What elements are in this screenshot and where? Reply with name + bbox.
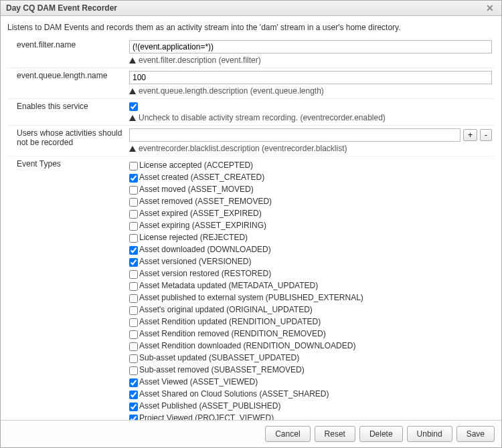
event-type-label: Sub-asset updated (SUBASSET_UPDATED) xyxy=(139,353,299,362)
event-type-option[interactable]: Asset versioned (VERSIONED) xyxy=(129,255,492,267)
event-type-label: Project Viewed (PROJECT_VIEWED) xyxy=(139,413,274,420)
close-icon[interactable]: ✕ xyxy=(484,3,496,13)
event-type-option[interactable]: Asset expiring (ASSET_EXPIRING) xyxy=(129,219,492,231)
blacklist-label: Users whose activities should not be rec… xyxy=(7,126,127,156)
event-type-label: Asset's original updated (ORIGINAL_UPDAT… xyxy=(139,305,313,314)
event-type-option[interactable]: Asset removed (ASSET_REMOVED) xyxy=(129,195,492,207)
event-type-option[interactable]: Sub-asset updated (SUBASSET_UPDATED) xyxy=(129,352,492,364)
queue-length-hint: event.queue.length.description (event.qu… xyxy=(129,86,492,96)
blacklist-input[interactable] xyxy=(129,128,461,142)
event-type-option[interactable]: Asset published to external system (PUBL… xyxy=(129,292,492,304)
event-type-label: Asset created (ASSET_CREATED) xyxy=(139,173,264,182)
queue-length-label: event.queue.length.name xyxy=(7,68,127,99)
event-type-option[interactable]: Asset Rendition removed (RENDITION_REMOV… xyxy=(129,328,492,340)
warning-icon xyxy=(129,88,136,94)
event-type-checkbox[interactable] xyxy=(129,270,138,279)
event-type-label: Asset version restored (RESTORED) xyxy=(139,269,271,278)
event-type-checkbox[interactable] xyxy=(129,318,138,327)
event-type-option[interactable]: Asset expired (ASSET_EXPIRED) xyxy=(129,207,492,219)
event-type-label: Asset Published (ASSET_PUBLISHED) xyxy=(139,401,280,411)
dialog-title: Day CQ DAM Event Recorder xyxy=(6,3,117,13)
event-type-checkbox[interactable] xyxy=(129,282,138,291)
event-type-label: Asset Rendition removed (RENDITION_REMOV… xyxy=(139,329,326,338)
event-type-option[interactable]: Asset Viewed (ASSET_VIEWED) xyxy=(129,376,492,388)
event-type-label: Asset moved (ASSET_MOVED) xyxy=(139,185,254,194)
event-type-checkbox[interactable] xyxy=(129,246,138,255)
dialog-footer: Cancel Reset Delete Unbind Save xyxy=(1,420,501,447)
queue-length-input[interactable] xyxy=(129,71,492,84)
event-type-checkbox[interactable] xyxy=(129,415,138,420)
event-type-checkbox[interactable] xyxy=(129,222,138,231)
event-type-option[interactable]: Asset Metadata updated (METADATA_UPDATED… xyxy=(129,279,492,292)
blacklist-add-button[interactable]: + xyxy=(463,129,477,141)
warning-icon xyxy=(129,146,136,152)
event-type-option[interactable]: Asset Rendition downloaded (RENDITION_DO… xyxy=(129,340,492,352)
event-type-checkbox[interactable] xyxy=(129,306,138,315)
event-type-checkbox[interactable] xyxy=(129,234,138,243)
event-type-label: Asset downloaded (DOWNLOADED) xyxy=(139,245,271,254)
filter-name-input[interactable] xyxy=(129,40,492,53)
event-type-checkbox[interactable] xyxy=(129,294,138,303)
event-type-label: Asset versioned (VERSIONED) xyxy=(139,257,251,266)
event-type-checkbox[interactable] xyxy=(129,354,138,363)
event-type-option[interactable]: Asset Rendition updated (RENDITION_UPDAT… xyxy=(129,316,492,328)
event-type-option[interactable]: Asset Shared on Cloud Solutions (ASSET_S… xyxy=(129,388,492,400)
enabled-label: Enables this service xyxy=(7,99,127,126)
event-type-label: Asset expiring (ASSET_EXPIRING) xyxy=(139,221,266,230)
dialog-content: Listens to DAM Events and records them a… xyxy=(1,16,501,420)
event-type-checkbox[interactable] xyxy=(129,210,138,219)
event-type-option[interactable]: Project Viewed (PROJECT_VIEWED) xyxy=(129,412,492,420)
event-type-checkbox[interactable] xyxy=(129,378,138,387)
titlebar: Day CQ DAM Event Recorder ✕ xyxy=(1,1,501,16)
event-type-checkbox[interactable] xyxy=(129,198,138,207)
event-types-list: License accepted (ACCEPTED)Asset created… xyxy=(129,159,492,420)
event-type-checkbox[interactable] xyxy=(129,258,138,267)
dialog-description: Listens to DAM Events and records them a… xyxy=(7,23,495,32)
event-type-checkbox[interactable] xyxy=(129,162,138,171)
event-type-checkbox[interactable] xyxy=(129,403,138,411)
event-type-checkbox[interactable] xyxy=(129,174,138,183)
event-type-label: Asset Metadata updated (METADATA_UPDATED… xyxy=(139,281,318,290)
blacklist-remove-button[interactable]: - xyxy=(480,129,492,141)
enabled-checkbox[interactable] xyxy=(129,102,138,111)
filter-name-hint: event.filter.description (event.filter) xyxy=(129,55,492,65)
event-type-label: License rejected (REJECTED) xyxy=(139,233,248,242)
event-type-label: Asset removed (ASSET_REMOVED) xyxy=(139,197,272,206)
event-type-label: Asset Rendition updated (RENDITION_UPDAT… xyxy=(139,317,321,326)
config-form: event.filter.name event.filter.descripti… xyxy=(7,37,495,420)
filter-name-label: event.filter.name xyxy=(7,37,127,68)
event-type-option[interactable]: License accepted (ACCEPTED) xyxy=(129,159,492,171)
event-type-label: Asset published to external system (PUBL… xyxy=(139,293,363,302)
event-type-label: Asset expired (ASSET_EXPIRED) xyxy=(139,209,262,218)
event-type-option[interactable]: Asset version restored (RESTORED) xyxy=(129,267,492,279)
event-type-option[interactable]: Asset downloaded (DOWNLOADED) xyxy=(129,243,492,255)
event-type-label: Asset Shared on Cloud Solutions (ASSET_S… xyxy=(139,389,329,399)
blacklist-hint: eventrecorder.blacklist.description (eve… xyxy=(129,144,492,153)
event-type-option[interactable]: Asset's original updated (ORIGINAL_UPDAT… xyxy=(129,304,492,316)
event-type-label: Asset Rendition downloaded (RENDITION_DO… xyxy=(139,341,355,350)
event-type-label: Sub-asset removed (SUBASSET_REMOVED) xyxy=(139,365,305,374)
event-type-option[interactable]: License rejected (REJECTED) xyxy=(129,231,492,243)
event-type-option[interactable]: Asset moved (ASSET_MOVED) xyxy=(129,183,492,195)
event-types-label: Event Types xyxy=(7,156,127,420)
event-type-option[interactable]: Asset created (ASSET_CREATED) xyxy=(129,171,492,183)
event-type-checkbox[interactable] xyxy=(129,186,138,195)
warning-icon xyxy=(129,58,136,64)
event-type-option[interactable]: Asset Published (ASSET_PUBLISHED) xyxy=(129,400,492,412)
event-type-label: Asset Viewed (ASSET_VIEWED) xyxy=(139,377,258,386)
reset-button[interactable]: Reset xyxy=(315,426,355,442)
dialog: Day CQ DAM Event Recorder ✕ Listens to D… xyxy=(0,0,502,448)
event-type-option[interactable]: Sub-asset removed (SUBASSET_REMOVED) xyxy=(129,364,492,376)
delete-button[interactable]: Delete xyxy=(359,426,403,442)
event-type-checkbox[interactable] xyxy=(129,390,138,399)
event-type-checkbox[interactable] xyxy=(129,330,138,339)
warning-icon xyxy=(129,115,136,121)
enabled-hint: Uncheck to disable activity stream recor… xyxy=(129,113,492,122)
event-type-checkbox[interactable] xyxy=(129,342,138,351)
event-type-checkbox[interactable] xyxy=(129,366,138,375)
save-button[interactable]: Save xyxy=(456,426,495,442)
unbind-button[interactable]: Unbind xyxy=(407,426,452,442)
event-type-label: License accepted (ACCEPTED) xyxy=(139,160,253,170)
cancel-button[interactable]: Cancel xyxy=(265,426,310,442)
